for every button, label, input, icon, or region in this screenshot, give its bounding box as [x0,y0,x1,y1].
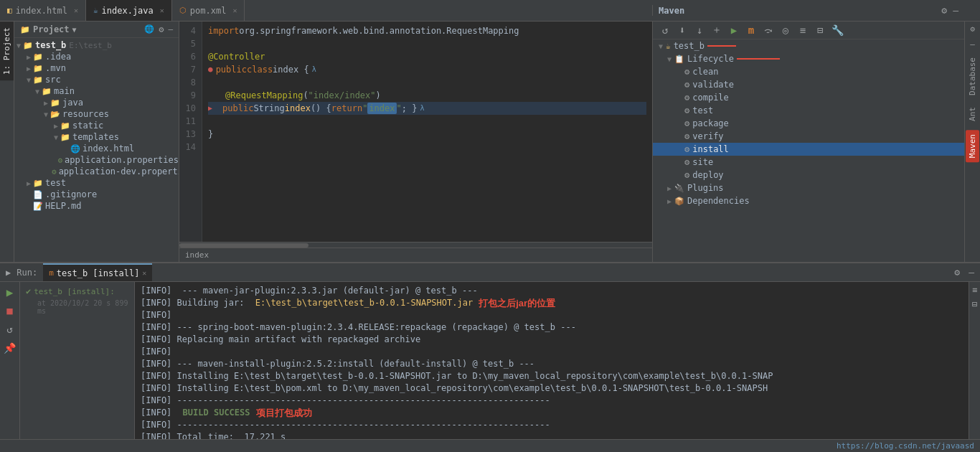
maven-tree: ▼ ☕ test_b ▼ 📋 Lifecycle ⚙ clean [653,39,964,262]
right-minus-icon[interactable]: — [967,37,978,52]
url-label[interactable]: https://blog.csdn.net/javaasd [837,441,974,451]
settings-icon[interactable]: ⚙ [941,5,947,16]
run-icon[interactable]: ▶ [727,24,740,37]
mvn-label: .mvn [45,63,66,73]
maven-dependencies[interactable]: ▶ 📦 Dependencies [653,194,964,207]
sidebar-header-icons: 🌐 ⚙ — [144,24,173,34]
console-line-5: [INFO] Replacing main artifact with repa… [141,334,963,346]
root-path: E:\test_b [69,41,112,50]
filter-icon[interactable]: ⊟ [972,299,977,309]
tree-item-index-html[interactable]: 🌐 index.html [14,143,179,154]
minus-icon[interactable]: — [168,24,173,34]
tree-item-java[interactable]: ▶ 📁 java [14,97,179,108]
globe-icon[interactable]: 🌐 [144,24,154,34]
src-label: src [45,75,61,85]
tab-close-icon[interactable]: ✕ [160,6,164,14]
maven-verify[interactable]: ⚙ verify [653,130,964,143]
code-line-11 [208,115,646,128]
minimize-run-icon[interactable]: — [969,267,974,278]
ant-tab[interactable]: Ant [965,101,980,127]
tab-pom-xml[interactable]: ⬡ pom.xml ✕ [172,0,245,21]
maven-install[interactable]: ⚙ install [653,143,964,156]
pin-btn[interactable]: 📌 [3,341,17,355]
run-marker: ▶ [208,102,212,115]
wrench-icon[interactable]: 🔧 [831,24,844,37]
editor-area: 4 5 6 7 8 9 10 11 13 14 import org.sprin… [179,22,652,262]
maven-lifecycle[interactable]: ▼ 📋 Lifecycle [653,52,964,65]
project-tab[interactable]: 1: Project [0,22,14,80]
idea-label: .idea [45,52,71,62]
maven-clean[interactable]: ⚙ clean [653,65,964,78]
refresh-icon[interactable]: ↺ [659,24,672,37]
database-tab[interactable]: Database [965,52,980,101]
maven-validate[interactable]: ⚙ validate [653,78,964,91]
tree-item-mvn[interactable]: ▶ 📁 .mvn [14,62,179,74]
tree-item-static[interactable]: ▶ 📁 static [14,120,179,131]
align-icon[interactable]: ≡ [796,24,809,37]
app-dev-prop-label: application-dev.properties [59,166,179,176]
maven-plugins[interactable]: ▶ 🔌 Plugins [653,182,964,194]
project-label: Project [33,24,70,34]
maven-root-label: test_b [674,41,705,51]
maven-package[interactable]: ⚙ package [653,117,964,130]
right-gear-icon[interactable]: ⚙ [967,22,978,37]
tree-item-templates[interactable]: ▼ 📁 templates [14,131,179,143]
tree-item-gitignore[interactable]: 📄 .gitignore [14,189,179,200]
chevron-down-icon[interactable]: ▼ [72,26,77,34]
execute-icon[interactable]: ↓ [693,24,706,37]
run-item-install[interactable]: ✔ test_b [install]: [23,285,131,298]
play-btn[interactable]: ▶ [3,285,17,299]
sidebar-header: 📁 Project ▼ 🌐 ⚙ — [14,22,179,38]
download-icon[interactable]: ⬇ [676,24,689,37]
tab-close-icon[interactable]: ✕ [74,6,78,14]
tab-close-icon[interactable]: ✕ [142,269,146,277]
tree-item-test[interactable]: ▶ 📁 test [14,177,179,189]
tree-item-help[interactable]: 📝 HELP.md [14,200,179,212]
status-label: index [185,250,209,260]
project-sidebar: 📁 Project ▼ 🌐 ⚙ — ▼ 📁 test_b E:\test_b [14,22,179,262]
compile-label: compile [692,93,729,103]
maven-side-tab[interactable]: Maven [966,130,979,162]
console-area[interactable]: [INFO] --- maven-jar-plugin:2.3.3.jar (d… [135,282,969,439]
tree-item-resources[interactable]: ▼ 📂 resources [14,108,179,120]
tree-item-idea[interactable]: ▶ 📁 .idea [14,51,179,62]
settings-run-icon[interactable]: ⚙ [954,267,960,278]
circle-icon[interactable]: ◎ [779,24,792,37]
editor-status-bar: index [179,248,652,262]
run-tab-install[interactable]: m test_b [install] ✕ [43,263,152,281]
minimize-icon[interactable]: — [953,5,958,16]
stop-btn[interactable]: ■ [3,303,17,318]
console-line-9: [INFO] Installing E:\test_b\pom.xml to D… [141,382,963,395]
run-tree: ✔ test_b [install]: at 2020/10/2 20 s 89… [20,282,135,439]
code-editor[interactable]: import org.springframework.web.bind.anno… [202,22,652,242]
tab-close-icon[interactable]: ✕ [232,6,237,14]
tree-item-app-prop[interactable]: ⚙ application.properties [14,154,179,166]
skip-icon[interactable]: ⤼ [762,24,775,37]
sort-icon[interactable]: ≡ [972,285,977,295]
tree-item-main[interactable]: ▼ 📁 main [14,85,179,97]
split-icon[interactable]: ⊟ [814,24,826,37]
tree-item-src[interactable]: ▼ 📁 src [14,74,179,85]
tab-index-java[interactable]: ☕ index.java ✕ [86,0,172,21]
horizontal-scrollbar[interactable] [179,242,652,248]
tree-root[interactable]: ▼ 📁 test_b E:\test_b [14,39,179,51]
m-icon[interactable]: m [745,24,758,37]
tab-index-html[interactable]: ◧ index.html ✕ [0,0,86,21]
maven-test[interactable]: ⚙ test [653,104,964,117]
run-tab-label: test_b [install] [57,268,140,278]
maven-deploy[interactable]: ⚙ deploy [653,169,964,182]
root-label: test_b [35,40,66,50]
add-icon[interactable]: ＋ [710,24,723,37]
root-underline [707,45,736,47]
tab-label: pom.xml [190,6,227,16]
maven-root[interactable]: ▼ ☕ test_b [653,39,964,52]
maven-site[interactable]: ⚙ site [653,156,964,169]
gear-icon[interactable]: ⚙ [159,24,164,34]
tree-item-app-dev-prop[interactable]: ⚙ application-dev.properties [14,166,179,177]
console-line-1: [INFO] --- maven-jar-plugin:2.3.3.jar (d… [141,285,963,297]
test-label: test [692,105,713,116]
gear-icon: ⚙ [684,131,689,141]
main-label: main [54,86,75,96]
rerun-btn[interactable]: ↺ [3,322,17,336]
maven-compile[interactable]: ⚙ compile [653,91,964,104]
